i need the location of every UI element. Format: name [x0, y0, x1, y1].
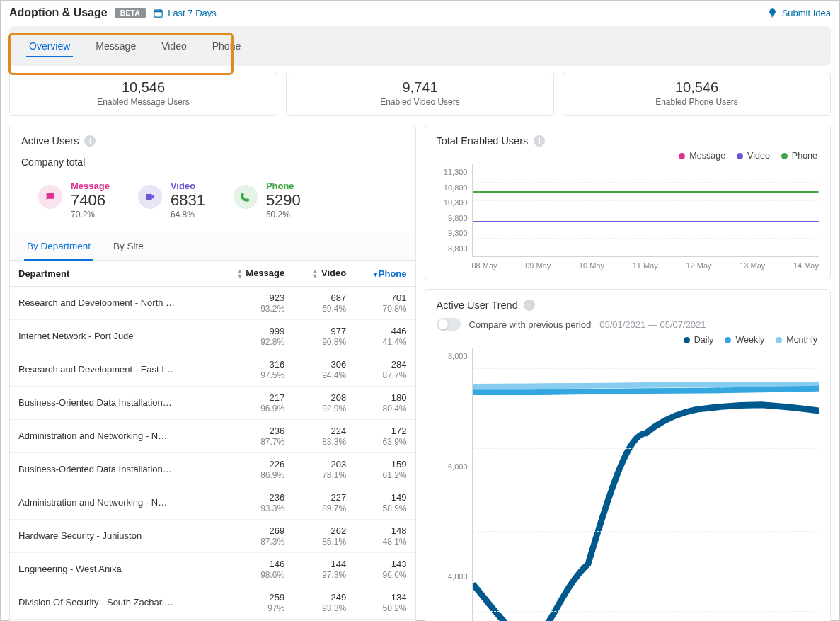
- cell-video: 97790.8%: [293, 319, 355, 353]
- legend-phone[interactable]: Phone: [781, 151, 817, 161]
- table-row[interactable]: Business-Oriented Data Installation…2268…: [10, 452, 415, 486]
- subtab-by-department[interactable]: By Department: [24, 232, 93, 260]
- axis-tick: 14 May: [793, 261, 819, 270]
- lightbulb-icon: [767, 8, 778, 18]
- axis-tick: 9,300: [437, 229, 468, 237]
- department-table: Department ▲▼Message ▲▼Video ▾Phone Rese…: [10, 261, 415, 621]
- submit-idea-link[interactable]: Submit Idea: [767, 8, 831, 18]
- tab-overview[interactable]: Overview: [16, 26, 83, 66]
- legend-dot-icon: [684, 337, 690, 343]
- metric-pct: 50.2%: [266, 210, 301, 220]
- tab-video[interactable]: Video: [149, 26, 200, 66]
- chart-legend: Message Video Phone: [438, 151, 818, 161]
- col-message[interactable]: ▲▼Message: [214, 261, 293, 286]
- y-axis: 8,0006,0004,0002,000: [437, 348, 472, 621]
- cell-message: 99992.8%: [214, 319, 293, 353]
- kpi-label: Enabled Message Users: [20, 97, 267, 107]
- sort-down-icon: ▾: [374, 270, 377, 278]
- axis-tick: 10,300: [437, 198, 468, 207]
- table-row[interactable]: Hardware Security - Juniuston26987.3%262…: [10, 519, 415, 552]
- table-row[interactable]: Research and Development - North …92393.…: [10, 286, 415, 319]
- cell-department: Business-Oriented Data Installation…: [10, 386, 214, 419]
- col-video[interactable]: ▲▼Video: [293, 261, 355, 286]
- info-icon[interactable]: i: [524, 300, 535, 311]
- cell-department: Engineering - West Anika: [10, 552, 214, 586]
- metric-name: Phone: [266, 181, 301, 191]
- cell-message: 23687.7%: [214, 419, 293, 452]
- cell-phone: 14396.6%: [355, 552, 415, 586]
- compare-row: Compare with previous period 05/01/2021 …: [437, 318, 819, 331]
- cell-message: 92393.2%: [214, 286, 293, 319]
- axis-tick: 6,000: [437, 462, 468, 471]
- kpi-value: 10,546: [20, 79, 267, 96]
- cell-phone: 14848.1%: [355, 519, 415, 552]
- axis-tick: 08 May: [472, 261, 497, 270]
- phone-icon: [234, 185, 258, 209]
- legend-video[interactable]: Video: [737, 151, 770, 161]
- legend-message[interactable]: Message: [679, 151, 725, 161]
- legend-weekly[interactable]: Weekly: [725, 335, 764, 345]
- cell-message: 23693.3%: [214, 486, 293, 519]
- tab-message[interactable]: Message: [83, 26, 149, 66]
- cell-phone: 18080.4%: [355, 386, 415, 419]
- plot-area: [472, 348, 819, 621]
- series-monthly: [473, 384, 819, 387]
- plot-area: [472, 164, 819, 257]
- main-tab-bar: Overview Message Video Phone: [9, 26, 831, 66]
- y-axis: 11,30010,80010,3009,8009,3008,800: [437, 164, 472, 270]
- video-icon: [138, 185, 162, 209]
- table-row[interactable]: Research and Development - East I…31697.…: [10, 353, 415, 386]
- cell-message: 22686.9%: [214, 452, 293, 486]
- compare-toggle[interactable]: [437, 318, 461, 331]
- table-row[interactable]: Internet Network - Port Jude99992.8%9779…: [10, 319, 415, 353]
- table-row[interactable]: Division Of Security - South Zachari…259…: [10, 586, 415, 619]
- metric-phone: Phone 5290 50.2%: [234, 181, 301, 220]
- cell-phone: 14958.9%: [355, 486, 415, 519]
- col-phone[interactable]: ▾Phone: [355, 261, 415, 286]
- legend-dot-icon: [737, 153, 743, 159]
- legend-dot-icon: [776, 337, 782, 343]
- kpi-enabled-phone: 10,546 Enabled Phone Users: [563, 72, 831, 116]
- sort-icon: ▲▼: [236, 269, 243, 279]
- legend-daily[interactable]: Daily: [684, 335, 714, 345]
- legend-dot-icon: [679, 153, 685, 159]
- x-axis: 08 May09 May10 May11 May12 May13 May14 M…: [472, 260, 819, 270]
- table-row[interactable]: Engineering - West Anika14698.6%14497.3%…: [10, 552, 415, 586]
- legend-monthly[interactable]: Monthly: [776, 335, 817, 345]
- compare-range: 05/01/2021 — 05/07/2021: [599, 319, 706, 330]
- axis-tick: 9,800: [437, 214, 468, 222]
- kpi-label: Enabled Video Users: [297, 97, 543, 107]
- date-range-picker[interactable]: Last 7 Days: [153, 8, 217, 18]
- table-row[interactable]: Business-Oriented Data Installation…2179…: [10, 386, 415, 419]
- table-row[interactable]: Administration and Networking - N…23687.…: [10, 419, 415, 452]
- panel-title: Active User Trend i: [437, 300, 819, 311]
- trend-svg: [473, 348, 819, 621]
- cell-video: 30694.4%: [293, 353, 355, 386]
- table-row[interactable]: Administration and Networking - N…23693.…: [10, 486, 415, 519]
- series-weekly: [473, 389, 819, 392]
- col-department[interactable]: Department: [10, 261, 214, 286]
- axis-tick: 8,000: [437, 352, 468, 360]
- active-users-metrics: Message 7406 70.2% Video 6831 64.8%: [21, 181, 404, 220]
- kpi-value: 9,741: [297, 79, 543, 96]
- cell-message: 26987.3%: [214, 519, 293, 552]
- calendar-icon: [153, 8, 163, 18]
- metric-message: Message 7406 70.2%: [38, 181, 110, 220]
- metric-pct: 70.2%: [71, 210, 110, 220]
- axis-tick: 10,800: [437, 183, 468, 192]
- subtab-by-site[interactable]: By Site: [110, 232, 146, 260]
- sort-icon: ▲▼: [312, 269, 318, 279]
- panel-active-user-trend: Active User Trend i Compare with previou…: [425, 289, 832, 621]
- metric-name: Video: [171, 181, 205, 191]
- submit-idea-label: Submit Idea: [782, 8, 831, 18]
- cell-phone: 70170.8%: [355, 286, 415, 319]
- beta-badge: BETA: [115, 8, 146, 18]
- tab-phone[interactable]: Phone: [200, 26, 253, 66]
- metric-name: Message: [71, 181, 110, 191]
- cell-video: 20892.9%: [293, 386, 355, 419]
- series-video: [473, 221, 819, 222]
- info-icon[interactable]: i: [84, 135, 96, 147]
- info-icon[interactable]: i: [534, 135, 545, 147]
- metric-value: 7406: [71, 191, 110, 210]
- cell-message: 25997%: [214, 586, 293, 619]
